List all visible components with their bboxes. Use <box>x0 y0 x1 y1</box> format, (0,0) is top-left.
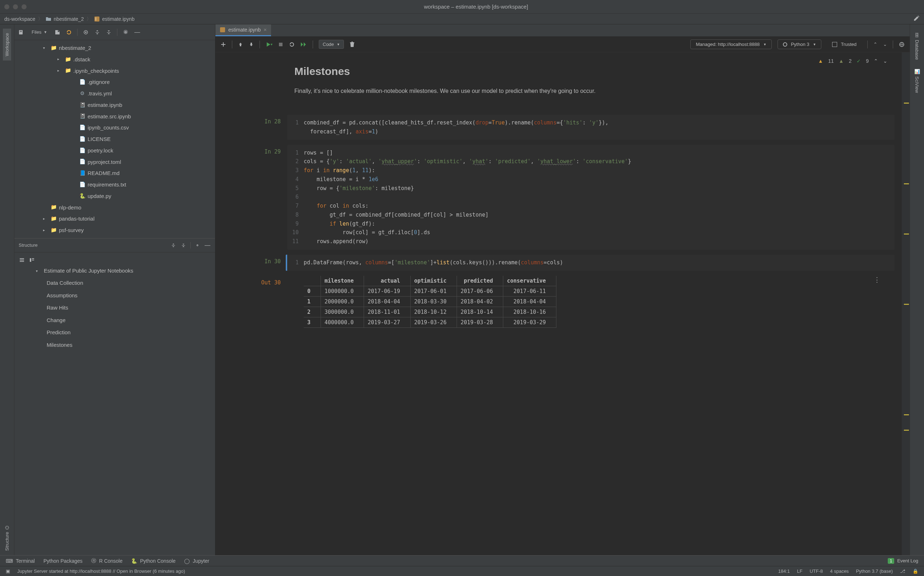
structure-item[interactable]: Raw Hits <box>14 302 215 314</box>
tree-folder[interactable]: ▸📁.ipynb_checkpoints <box>14 65 215 77</box>
tree-file[interactable]: 📄ipynb_counts.csv <box>14 122 215 133</box>
encoding[interactable]: UTF-8 <box>810 568 823 574</box>
tree-file[interactable]: 📄pyproject.toml <box>14 156 215 168</box>
structure-item[interactable]: Prediction <box>14 326 215 339</box>
open-browser-icon[interactable] <box>899 42 905 47</box>
managed-server-dropdown[interactable]: Managed: http://localhost:8888 ▼ <box>690 40 772 49</box>
file-icon: 📄 <box>79 125 85 131</box>
tree-folder[interactable]: ▸📁.dstack <box>14 54 215 65</box>
jupyter-tab[interactable]: ◯Jupyter <box>184 558 209 564</box>
edit-breadcrumb-icon[interactable] <box>913 15 920 22</box>
expand-all-icon[interactable] <box>94 29 101 35</box>
sciview-tool-tab[interactable]: 📊 SciView <box>913 64 921 97</box>
editor-minimap[interactable] <box>902 52 910 555</box>
database-tool-label: Database <box>914 40 920 60</box>
structure-root[interactable]: ▾ Estimate of Public Jupyter Notebooks <box>14 265 215 277</box>
breadcrumb-file[interactable]: estimate.ipynb <box>94 16 134 22</box>
indent-setting[interactable]: 4 spaces <box>830 568 849 574</box>
maximize-window-button[interactable] <box>22 4 27 9</box>
line-ending[interactable]: LF <box>797 568 802 574</box>
run-all-button[interactable] <box>300 42 307 47</box>
stop-button[interactable] <box>278 42 283 47</box>
tree-folder-root[interactable]: ▾ 📁 nbestimate_2 <box>14 42 215 54</box>
editor-tab[interactable]: estimate.ipynb × <box>215 24 271 36</box>
git-branch-icon[interactable]: ⎇ <box>900 568 905 574</box>
table-cell: 2019-03-28 <box>457 317 503 328</box>
new-file-icon[interactable] <box>54 29 61 35</box>
expand-all-icon[interactable] <box>170 242 176 248</box>
move-down-button[interactable] <box>249 42 254 47</box>
target-icon[interactable] <box>83 29 89 35</box>
refresh-icon[interactable] <box>66 29 72 35</box>
notebook-body[interactable]: ▲11 ▲2 ✓9 ⌃ ⌄ Milestones Finally, it's n… <box>215 52 902 555</box>
add-cell-button[interactable] <box>220 42 226 47</box>
struct-mode-2-icon[interactable] <box>29 257 35 263</box>
tree-file[interactable]: 🐍update.py <box>14 190 215 202</box>
code-cell[interactable]: In 29 1rows = [] 2cols = {'y': 'actual',… <box>223 145 895 250</box>
database-tool-tab[interactable]: 🗄 Database <box>913 29 921 64</box>
close-window-button[interactable] <box>4 4 9 9</box>
collapse-all-icon[interactable] <box>180 242 187 248</box>
output-more-icon[interactable]: ⋮ <box>874 276 880 284</box>
project-tree[interactable]: ▾ 📁 nbestimate_2 ▸📁.dstack▸📁.ipynb_check… <box>14 40 215 238</box>
left-tool-gutter: Workspace Structure ⌬ <box>0 24 14 555</box>
tree-folder[interactable]: ▸📁pandas-tutorial <box>14 213 215 224</box>
tree-folder[interactable]: ▸📁psf-survey <box>14 224 215 236</box>
chevron-up-icon[interactable]: ⌃ <box>874 58 878 64</box>
files-scope-dropdown[interactable]: Files ▼ <box>29 28 49 36</box>
python-packages-tab[interactable]: Python Packages <box>43 558 83 564</box>
interpreter[interactable]: Python 3.7 (base) <box>856 568 893 574</box>
run-cell-button[interactable]: ▾ <box>266 42 273 47</box>
svg-rect-12 <box>20 260 24 261</box>
tree-file[interactable]: 📄LICENSE <box>14 133 215 145</box>
workspace-tool-tab[interactable]: Workspace <box>3 29 11 61</box>
terminal-tab[interactable]: ⌨Terminal <box>6 558 35 564</box>
python-console-tab[interactable]: 🐍Python Console <box>131 558 176 564</box>
tree-file[interactable]: 📄requirements.txt <box>14 179 215 190</box>
tree-file[interactable]: 📄.gitignore <box>14 77 215 88</box>
structure-item[interactable]: Change <box>14 314 215 327</box>
gear-icon[interactable] <box>194 242 201 248</box>
move-up-button[interactable] <box>238 42 243 47</box>
tree-file[interactable]: 📘README.md <box>14 168 215 179</box>
tree-folder[interactable]: 📁nlp-demo <box>14 202 215 213</box>
breadcrumb-root[interactable]: ds-workspace <box>4 16 35 22</box>
struct-mode-1-icon[interactable] <box>19 257 25 263</box>
structure-tree[interactable]: ▾ Estimate of Public Jupyter Notebooks D… <box>14 253 215 354</box>
structure-tool-tab[interactable]: Structure ⌬ <box>3 522 11 555</box>
trusted-toggle[interactable]: Trusted <box>827 40 861 49</box>
gear-icon[interactable] <box>122 29 129 35</box>
tree-file[interactable]: 📓estimate.src.ipynb <box>14 111 215 122</box>
r-console-tab[interactable]: ⓇR Console <box>91 558 122 564</box>
breadcrumb-dir[interactable]: nbestimate_2 <box>46 16 83 22</box>
structure-item[interactable]: Data Collection <box>14 277 215 290</box>
expand-down-icon[interactable]: ⌄ <box>883 42 887 47</box>
code-cell-active[interactable]: In 30 1pd.DataFrame(rows, columns=['mile… <box>223 254 895 271</box>
output-cell: Out 30 ⋮ milestoneactualoptimisticpredic… <box>223 276 895 328</box>
structure-item[interactable]: Assumptions <box>14 290 215 302</box>
file-icon: 📄 <box>79 136 85 142</box>
event-log-tab[interactable]: 1 Event Log <box>888 558 918 564</box>
tree-file[interactable]: 📓estimate.ipynb <box>14 99 215 111</box>
lock-icon[interactable]: 🔒 <box>913 568 918 574</box>
delete-cell-button[interactable] <box>350 42 355 47</box>
minimize-panel-icon[interactable]: — <box>134 29 140 35</box>
structure-item[interactable]: Milestones <box>14 339 215 352</box>
structure-root-label: Estimate of Public Jupyter Notebooks <box>44 266 133 276</box>
chevron-down-icon[interactable]: ⌄ <box>883 58 887 64</box>
collapse-up-icon[interactable]: ⌃ <box>873 42 877 47</box>
minimize-window-button[interactable] <box>13 4 18 9</box>
tree-label: nbestimate_2 <box>59 43 91 53</box>
minimize-panel-icon[interactable]: — <box>204 242 211 248</box>
cell-type-select[interactable]: Code ▼ <box>319 40 344 49</box>
tree-file[interactable]: 📄poetry.lock <box>14 145 215 156</box>
problems-summary[interactable]: ▲11 ▲2 ✓9 ⌃ ⌄ <box>818 58 887 64</box>
kernel-dropdown[interactable]: Python 3 ▼ <box>778 40 821 49</box>
status-message[interactable]: Jupyter Server started at http://localho… <box>17 568 185 574</box>
restart-kernel-button[interactable] <box>289 42 295 47</box>
tree-file[interactable]: ⚙.travis.yml <box>14 88 215 99</box>
collapse-all-icon[interactable] <box>106 29 112 35</box>
cursor-position[interactable]: 184:1 <box>778 568 790 574</box>
close-tab-icon[interactable]: × <box>263 27 267 33</box>
code-cell[interactable]: In 28 1combined_df = pd.concat([cleaned_… <box>223 115 895 140</box>
